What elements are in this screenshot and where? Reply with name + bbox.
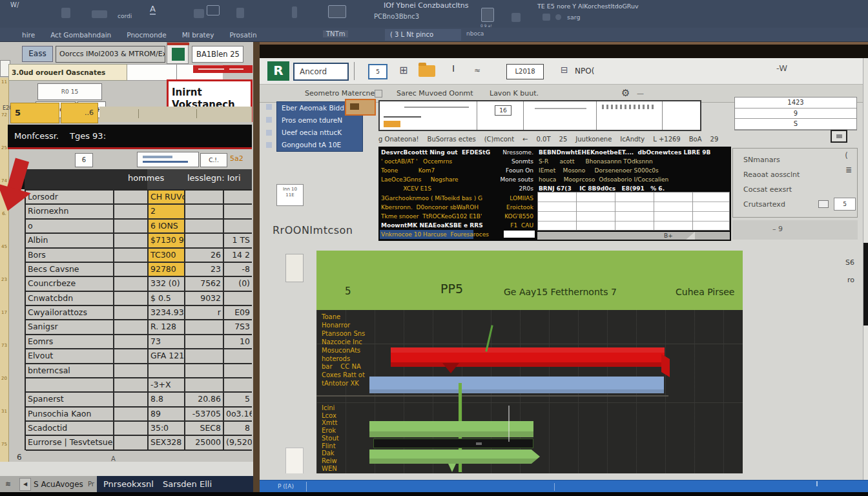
- column-header-1[interactable]: hommes: [128, 173, 164, 183]
- cell-b[interactable]: [114, 393, 149, 406]
- table-row[interactable]: -3+X: [26, 378, 252, 393]
- number-cell-2[interactable]: 10: [224, 335, 252, 348]
- record-icon[interactable]: [555, 14, 561, 20]
- value-cell[interactable]: -3+X: [149, 378, 185, 391]
- mini-table-row[interactable]: S: [735, 119, 856, 130]
- value-cell[interactable]: 89: [149, 408, 185, 420]
- chart-icon[interactable]: [236, 8, 244, 18]
- cell-b[interactable]: [114, 436, 149, 449]
- value-cell[interactable]: CH RUVce: [149, 191, 185, 203]
- number-cell[interactable]: 9032: [185, 292, 224, 305]
- cell-b[interactable]: [114, 191, 149, 203]
- sheet-tab-pr[interactable]: Pr: [88, 480, 94, 488]
- vertical-scrollbar[interactable]: [863, 58, 868, 480]
- number-cell-2[interactable]: [224, 292, 252, 305]
- number-cell[interactable]: 26: [185, 249, 224, 262]
- dropdown-menu-item[interactable]: Pros oemo tdureN: [277, 114, 362, 127]
- table-row[interactable]: o 6 IONS: [26, 220, 252, 234]
- table-row[interactable]: Cnwatcbdn $ 0.5 9032: [26, 292, 252, 306]
- black-table-row[interactable]: MoowntMK NEAEoaKSBE e RRS F1 CAU: [380, 221, 536, 230]
- npo-label[interactable]: NPO(: [575, 67, 594, 76]
- list-lines-icon[interactable]: ≣: [845, 165, 852, 174]
- sheet-tab-2[interactable]: Pnrseokxsnl: [103, 479, 154, 489]
- black-table-row[interactable]: IEmet Mosono Dorsenenoer S000c0s: [537, 166, 730, 175]
- ribbon-tab-3[interactable]: Lavon K buut.: [490, 89, 539, 98]
- cell-b[interactable]: [114, 306, 149, 319]
- grid-icon[interactable]: [542, 14, 550, 21]
- number-cell-2[interactable]: [224, 349, 252, 362]
- sheet-tab-1[interactable]: S AcuAvoges: [34, 480, 83, 489]
- number-cell[interactable]: SEC8: [185, 422, 224, 435]
- number-cell-2[interactable]: [224, 205, 252, 218]
- menu-item[interactable]: MI bratey: [182, 31, 214, 39]
- number-cell-2[interactable]: (0): [224, 277, 252, 290]
- table-row[interactable]: Riornexhn 2: [26, 205, 252, 219]
- table-row[interactable]: Sanigsr R. 128 7S3: [26, 320, 252, 335]
- cell-value[interactable]: ..6: [61, 103, 98, 123]
- table-row[interactable]: Punsochia Kaon 89 -53705 0o3.16: [26, 408, 252, 422]
- table-row[interactable]: Spanerst 8.8 20.86 5: [26, 393, 252, 407]
- cell-b[interactable]: [114, 349, 149, 362]
- ribbon-tab-1[interactable]: Seometro Matercne: [305, 89, 375, 98]
- number-cell[interactable]: r: [185, 306, 224, 319]
- black-table-row[interactable]: houca Mooprcoso Odsoaborio I/Cocscalien: [537, 175, 730, 184]
- number-cell-2[interactable]: 14 2: [224, 249, 252, 262]
- cell-b[interactable]: [114, 277, 149, 290]
- column-header-2[interactable]: lesslegn: Iori: [187, 173, 241, 183]
- value-cell[interactable]: $ 0.5: [149, 292, 185, 305]
- row-label-cell[interactable]: Riornexhn: [26, 205, 114, 218]
- dropdown-menu-item[interactable]: Ueef oecia nttucK: [277, 127, 362, 139]
- side-panel-item[interactable]: SNmanars: [733, 152, 857, 167]
- cell-b[interactable]: [114, 364, 149, 377]
- row-label-cell[interactable]: o: [26, 220, 114, 232]
- excel-logo-icon[interactable]: [167, 42, 189, 64]
- row-label-cell[interactable]: Albin: [26, 234, 114, 247]
- number-cell-2[interactable]: E09: [224, 306, 252, 319]
- ribbon-tab-2[interactable]: Sarec Muvoed Oonmt: [397, 89, 473, 98]
- number-cell[interactable]: [185, 205, 224, 218]
- black-table-row[interactable]: BEBNDnwhtEHEKnoetbeET.... dbOcnewtces LB…: [537, 148, 730, 157]
- black-table-row[interactable]: XCEV E1S 2R0s: [380, 184, 536, 193]
- mini-table-row[interactable]: 9: [735, 108, 856, 119]
- cell-b[interactable]: [114, 378, 149, 391]
- sheet-tab-3[interactable]: Sarsden Elli: [163, 479, 212, 489]
- table-row[interactable]: Albin $7130 99 1 TS: [26, 234, 252, 248]
- dropdown-menu-item[interactable]: Gongouhd tA 10E: [277, 139, 362, 151]
- side-panel-item[interactable]: Reaoat aossclnt: [733, 167, 857, 182]
- table-row[interactable]: Bors TC300 26 14 2: [26, 249, 252, 263]
- black-table-row[interactable]: 3Garchooknmoo ( MiToeikd bas ) G LOMIIAS: [380, 193, 536, 202]
- number-cell[interactable]: 23: [185, 263, 224, 276]
- cell-b[interactable]: [114, 292, 149, 305]
- number-cell[interactable]: [185, 220, 224, 232]
- cursor-icon[interactable]: I: [452, 63, 455, 74]
- corner-tab-label[interactable]: B+: [664, 232, 673, 239]
- value-cell[interactable]: 8.8: [149, 393, 185, 406]
- form-box-16[interactable]: 16: [495, 105, 512, 116]
- row-label-cell[interactable]: Sanigsr: [26, 320, 114, 333]
- table-row[interactable]: Lorsodr CH RUVce: [26, 191, 252, 205]
- number-cell-2[interactable]: 1 TS: [224, 234, 252, 247]
- tool-icon[interactable]: [512, 13, 521, 22]
- number-cell-2[interactable]: 8: [224, 422, 252, 435]
- number-cell-2[interactable]: [224, 191, 252, 203]
- row-label-cell[interactable]: Cwyailorattozs: [26, 306, 114, 319]
- menu-right-label[interactable]: ( 3 L Nt pinco: [390, 31, 433, 38]
- number-cell-2[interactable]: [224, 364, 252, 377]
- black-table-row[interactable]: LaeOce3Gnns Nogshare Mone souts: [380, 175, 536, 184]
- side-panel-item[interactable]: Cocsat eexsrt: [733, 182, 857, 197]
- table-row[interactable]: Scadoctid 35:0 SEC8 8: [26, 422, 252, 436]
- titlebar-box-2018[interactable]: L2018: [506, 64, 544, 79]
- table-row[interactable]: Councrbeze 332 (0) 7562 (0): [26, 277, 252, 291]
- value-cell[interactable]: SEX328: [149, 436, 185, 449]
- value-cell[interactable]: 3234.93: [149, 306, 185, 319]
- value-cell[interactable]: 6 IONS: [149, 220, 185, 232]
- value-cell[interactable]: 332 (0): [149, 277, 185, 290]
- black-table-row[interactable]: Kbersronn. D0onconor sbWaROH Eroictook: [380, 203, 536, 212]
- value-cell[interactable]: 35:0: [149, 422, 185, 435]
- value-cell[interactable]: R. 128: [149, 320, 185, 333]
- black-table-row[interactable]: Vnkrnocoe 10 Harcuse Fouresaroces: [380, 230, 536, 239]
- table-row[interactable]: Elvout GFA 1213: [26, 349, 252, 364]
- row-label-cell[interactable]: Becs Cavsne: [26, 263, 114, 276]
- tab-scroll-icon[interactable]: ≋: [5, 480, 11, 488]
- name-box-tab[interactable]: Eass: [22, 46, 53, 62]
